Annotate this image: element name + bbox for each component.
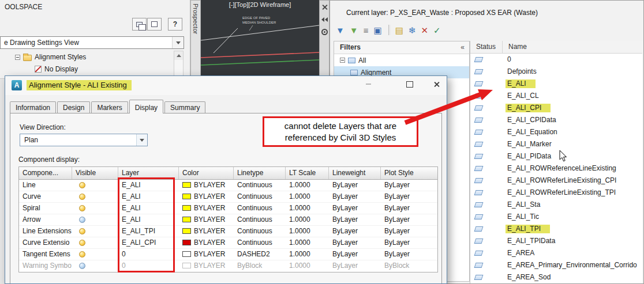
settings-view-dropdown[interactable]: e Drawing Settings View (0, 36, 184, 49)
color-swatch[interactable] (182, 217, 191, 222)
filter-item-all[interactable]: All (334, 54, 469, 66)
dialog-titlebar[interactable]: A Alignment Style - ALI Existing (5, 76, 447, 95)
component-row[interactable]: Line ExtensionsE_ALI_TPIBYLAYERContinuou… (19, 226, 437, 237)
ltscale-cell: 1.0000 (286, 180, 329, 191)
tab-display[interactable]: Display (129, 100, 163, 113)
component-row[interactable]: SpiralE_ALIBYLAYERContinuous1.0000ByLaye… (19, 203, 437, 214)
tab-summary[interactable]: Summary (164, 101, 205, 113)
visible-cell (72, 249, 118, 260)
color-swatch[interactable] (182, 240, 191, 245)
alignment-style-dialog: A Alignment Style - ALI Existing Informa… (5, 75, 447, 284)
save-layer-state-icon[interactable]: ▣ (373, 26, 381, 35)
color-swatch[interactable] (182, 194, 191, 199)
tab-design[interactable]: Design (57, 101, 90, 113)
component-row[interactable]: Warning Symbo0BYLAYERByBlock1.0000ByLaye… (19, 260, 437, 272)
layer-row[interactable]: E_ALI_CL (470, 90, 642, 102)
scrollbar[interactable] (174, 51, 184, 79)
color-cell: BYLAYER (179, 191, 234, 202)
layer-row[interactable]: Defpoints (470, 66, 642, 78)
tab-information[interactable]: Information (10, 101, 56, 113)
lineweight-cell: ByLayer (329, 237, 381, 248)
layer-row[interactable]: E_AREA_Primary_Environmental_Corrido (470, 259, 642, 271)
layer-row[interactable]: 0 (470, 54, 642, 66)
viewport-title[interactable]: [-][Top][2D Wireframe] (201, 1, 319, 8)
component-row[interactable]: Curve ExtensioE_ALI_CPIBYLAYERContinuous… (19, 237, 437, 249)
layer-row[interactable]: E_ALI_Tic (470, 211, 642, 223)
layer-row[interactable]: E_ALI_CPIData (470, 114, 642, 126)
tab-markers[interactable]: Markers (91, 101, 128, 113)
auto-hide-button[interactable] (147, 18, 162, 31)
color-swatch[interactable] (182, 263, 191, 268)
visibility-bulb-icon[interactable] (79, 182, 85, 188)
color-cell: BYLAYER (179, 237, 234, 248)
component-table-header: Compone...VisibleLayerColorLinetypeLT Sc… (19, 167, 437, 180)
component-row[interactable]: Tangent Extens0BYLAYERDASHED21.0000ByLay… (19, 249, 437, 260)
color-swatch[interactable] (182, 182, 191, 188)
layer-row[interactable]: E_AREA_Sod (470, 271, 642, 283)
layer-row[interactable]: E_ALI (470, 78, 642, 90)
layer-row[interactable]: E_ALI_Marker (470, 138, 642, 150)
help-button[interactable]: ? (168, 18, 182, 31)
panels-icon (136, 22, 143, 27)
expander-icon[interactable] (340, 58, 345, 63)
close-button[interactable] (428, 76, 445, 92)
chevron-down-icon[interactable] (136, 134, 147, 146)
new-layer-frozen-icon[interactable]: ❄ (409, 26, 416, 35)
visibility-bulb-icon[interactable] (79, 228, 85, 234)
layer-status-icon (474, 130, 484, 135)
layer-row[interactable]: E_ALI_TPIData (470, 235, 642, 247)
visibility-bulb-icon[interactable] (79, 217, 85, 223)
name-column-header[interactable]: Name (503, 41, 642, 53)
delete-layer-icon[interactable]: ✕ (421, 26, 428, 35)
layer-row[interactable]: E_ALI_TPI (470, 223, 642, 235)
palette-titlebar (319, 0, 330, 79)
expander-icon[interactable] (15, 55, 20, 60)
color-swatch[interactable] (182, 228, 191, 234)
panel-layout-button[interactable] (132, 18, 147, 31)
ltscale-cell: 1.0000 (286, 237, 329, 248)
layer-states-manager-icon[interactable]: ≡ (364, 26, 369, 35)
component-row[interactable]: CurveE_ALIBYLAYERContinuous1.0000ByLayer… (19, 191, 437, 203)
layer-row[interactable]: E_ALI_Sta (470, 199, 642, 211)
properties-gear-icon[interactable] (321, 29, 328, 35)
status-column-header[interactable]: Status (470, 41, 503, 53)
component-row[interactable]: LineE_ALIBYLAYERContinuous1.0000ByLayerB… (19, 180, 437, 191)
new-group-filter-icon[interactable]: ▼ (350, 26, 358, 35)
component-name: Line (19, 180, 72, 191)
set-current-icon[interactable]: ✓ (433, 26, 441, 35)
visibility-bulb-icon[interactable] (79, 240, 85, 246)
new-property-filter-icon[interactable]: ▼ (336, 26, 345, 35)
close-icon[interactable] (321, 4, 328, 10)
view-direction-dropdown[interactable]: Plan (20, 134, 148, 146)
component-display-label: Component display: (18, 156, 80, 164)
collapse-icon[interactable]: « (460, 41, 465, 54)
view-direction-label: View Direction: (20, 123, 66, 131)
component-row[interactable]: ArrowE_ALIBYLAYERContinuous1.0000ByLayer… (19, 214, 437, 226)
visibility-bulb-icon[interactable] (79, 251, 85, 258)
layer-row[interactable]: E_AREA (470, 247, 642, 259)
visibility-bulb-icon[interactable] (79, 194, 85, 200)
tree-item-no-display[interactable]: No Display (35, 65, 78, 74)
maximize-button[interactable] (401, 76, 418, 92)
new-layer-icon[interactable]: ▤ (395, 26, 403, 35)
layer-row[interactable]: E_ALI_PIData (470, 150, 642, 162)
minimize-button[interactable] (360, 76, 377, 92)
auto-hide-icon[interactable] (321, 17, 328, 22)
tree-item-alignment-styles[interactable]: Alignment Styles (15, 52, 86, 62)
layer-status-icon (474, 214, 484, 219)
layer-row[interactable]: E_ALI_ROWReferenceLineExisting (470, 162, 642, 175)
layer-row[interactable]: E_ALI_Equation (470, 126, 642, 138)
lineweight-cell: ByLayer (329, 180, 381, 191)
layer-row[interactable]: E_ALI_CPI (470, 102, 642, 114)
color-swatch[interactable] (182, 205, 191, 211)
layer-row[interactable]: E_ALI_ROWReferLineExisting_CPI (470, 175, 642, 187)
color-swatch[interactable] (182, 251, 191, 257)
visibility-bulb-icon[interactable] (79, 205, 85, 211)
visibility-bulb-icon[interactable] (79, 263, 85, 269)
chevron-down-icon[interactable] (172, 37, 184, 48)
layer-status-icon (474, 238, 484, 244)
layer-row[interactable]: E_ALI_ROWReferLineExisting_TPI (470, 187, 642, 199)
scroll-up-icon[interactable] (174, 51, 183, 60)
prospector-tab[interactable]: Prospector (190, 0, 201, 79)
layer-list-panel: Status Name 0DefpointsE_ALIE_ALI_CLE_ALI… (470, 41, 642, 283)
